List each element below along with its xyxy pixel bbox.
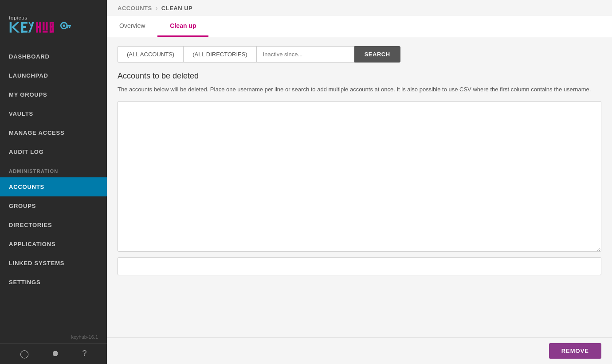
svg-rect-19 — [52, 27, 54, 31]
tab-cleanup[interactable]: Clean up — [157, 16, 208, 37]
tab-bar: Overview Clean up — [107, 16, 612, 37]
admin-section-label: ADMINISTRATION — [0, 161, 107, 177]
sidebar: topicus — [0, 0, 107, 364]
accounts-input[interactable] — [118, 257, 601, 275]
svg-rect-4 — [21, 22, 27, 23]
svg-marker-2 — [12, 22, 20, 33]
section-title: Accounts to be deleted — [118, 71, 601, 81]
user-icon[interactable]: ◯ — [20, 349, 29, 359]
svg-text:topicus: topicus — [9, 15, 27, 20]
sidebar-item-audit-log[interactable]: AUDIT LOG — [0, 142, 107, 161]
sidebar-item-accounts[interactable]: ACCOUNTS — [0, 177, 107, 196]
svg-point-21 — [63, 24, 65, 27]
sidebar-bottom: ◯ ⏺ ? — [0, 343, 107, 364]
svg-rect-23 — [69, 27, 71, 28]
version-label: keyhub-16.1 — [0, 331, 107, 343]
all-directories-button[interactable]: (ALL DIRECTORIES) — [183, 46, 257, 63]
inactive-since-input[interactable] — [257, 46, 354, 63]
power-icon[interactable]: ⏺ — [51, 349, 59, 359]
sidebar-item-linked-systems[interactable]: LINKED SYSTEMS — [0, 254, 107, 273]
tab-overview[interactable]: Overview — [107, 16, 157, 37]
svg-rect-13 — [46, 22, 47, 30]
svg-rect-24 — [67, 27, 68, 28]
accounts-textarea[interactable] — [118, 101, 601, 252]
sidebar-item-dashboard[interactable]: DASHBOARD — [0, 47, 107, 66]
svg-rect-18 — [52, 23, 54, 27]
all-accounts-button[interactable]: (ALL ACCOUNTS) — [118, 46, 183, 63]
svg-rect-10 — [39, 22, 41, 33]
sidebar-item-groups[interactable]: GROUPS — [0, 196, 107, 215]
logo-area: topicus — [0, 0, 107, 47]
section-description: The accounts below will be deleted. Plac… — [118, 85, 601, 94]
remove-button[interactable]: REMOVE — [549, 343, 601, 359]
sidebar-item-my-groups[interactable]: MY GROUPS — [0, 85, 107, 104]
main: ACCOUNTS › CLEAN UP Overview Clean up (A… — [107, 0, 612, 364]
svg-rect-11 — [43, 22, 44, 30]
svg-rect-17 — [50, 31, 54, 32]
breadcrumb: ACCOUNTS › CLEAN UP — [107, 0, 612, 16]
breadcrumb-parent[interactable]: ACCOUNTS — [118, 5, 152, 12]
breadcrumb-separator: › — [156, 4, 158, 12]
svg-rect-22 — [67, 25, 71, 27]
search-button[interactable]: SEARCH — [354, 46, 400, 63]
svg-marker-7 — [28, 22, 34, 33]
sidebar-item-settings[interactable]: SETTINGS — [0, 273, 107, 292]
svg-rect-1 — [10, 22, 12, 33]
sidebar-item-launchpad[interactable]: LAUNCHPAD — [0, 66, 107, 85]
sidebar-item-manage-access[interactable]: MANAGE ACCESS — [0, 123, 107, 142]
svg-rect-12 — [43, 31, 47, 32]
content-area: (ALL ACCOUNTS) (ALL DIRECTORIES) SEARCH … — [107, 37, 612, 337]
sidebar-item-applications[interactable]: APPLICATIONS — [0, 235, 107, 254]
sidebar-item-vaults[interactable]: VAULTS — [0, 104, 107, 123]
svg-rect-5 — [21, 26, 26, 28]
bottom-bar: REMOVE — [107, 337, 612, 364]
sidebar-item-directories[interactable]: DIRECTORIES — [0, 215, 107, 235]
help-icon[interactable]: ? — [82, 349, 86, 359]
breadcrumb-current: CLEAN UP — [161, 5, 192, 12]
logo: topicus — [9, 8, 71, 39]
svg-rect-6 — [21, 31, 27, 32]
svg-rect-15 — [50, 22, 54, 23]
filter-row: (ALL ACCOUNTS) (ALL DIRECTORIES) SEARCH — [118, 46, 601, 63]
